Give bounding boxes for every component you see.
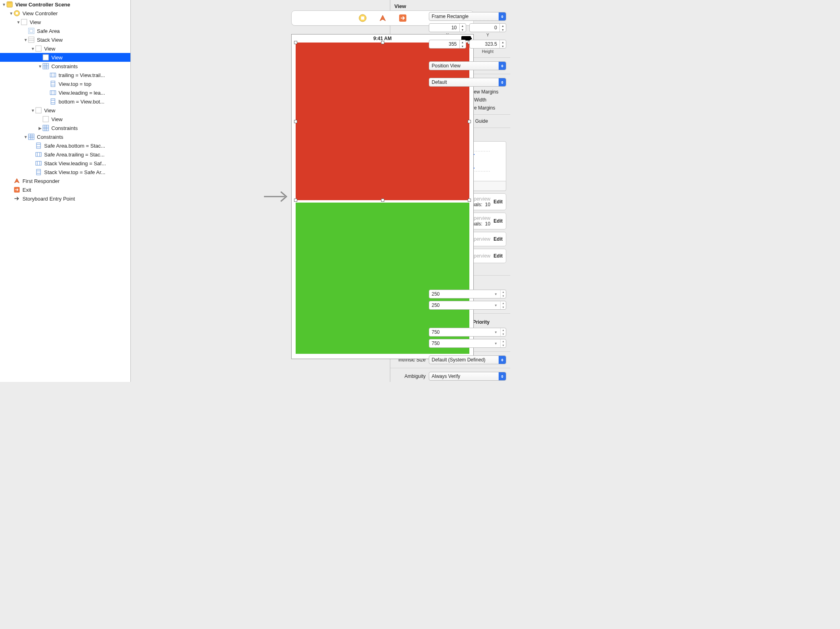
outline-label: View [44, 108, 55, 114]
chp-v-value: 250 [432, 302, 440, 308]
show-select[interactable]: Frame Rectangle [429, 12, 506, 21]
ccrp-v-field[interactable]: 750▼▲▼ [429, 339, 506, 348]
outline-label: View [44, 46, 55, 52]
outline-label: View Controller [22, 10, 58, 16]
constraint-edit-button[interactable]: Edit [493, 236, 503, 242]
svg-rect-44 [36, 152, 41, 156]
entry-point-arrow [263, 189, 290, 205]
outline-exit[interactable]: ▶Exit [0, 185, 130, 194]
outline-constraint-item[interactable]: ▶Safe Area.trailing = Stac... [0, 150, 130, 159]
svg-rect-12 [43, 63, 49, 69]
layout-margins-value: Default [432, 79, 447, 85]
outline-label: View [30, 19, 41, 25]
constraints-icon [43, 63, 49, 69]
outline-selected-view[interactable]: ▶ View [0, 53, 130, 62]
outline-label: View Controller Scene [15, 2, 70, 8]
constraints-icon [28, 134, 34, 140]
outline-safearea[interactable]: ▶ Safe Area [0, 26, 130, 35]
chp-h-value: 250 [432, 291, 440, 297]
constraint-edit-button[interactable]: Edit [493, 199, 503, 205]
outline-label: View.top = top [59, 81, 91, 87]
outline-stackview[interactable]: ▼ Stack View [0, 35, 130, 44]
outline-label: Constraints [51, 125, 78, 131]
outline-view-container1[interactable]: ▼ View [0, 44, 130, 53]
outline-constraint-item[interactable]: ▶View.leading = lea... [0, 88, 130, 97]
safearea-icon [28, 28, 34, 34]
scene-icon [6, 1, 13, 8]
outline-label: Stack View.leading = Saf... [44, 160, 106, 166]
view-icon [35, 107, 42, 114]
intrinsic-value: Default (System Defined) [432, 357, 485, 363]
outline-entry-point[interactable]: ▶Storyboard Entry Point [0, 194, 130, 203]
outline-constraint-item[interactable]: ▶trailing = View.trail... [0, 71, 130, 79]
stepper[interactable]: ▲▼ [499, 24, 506, 32]
outline-constraints-2[interactable]: ▶Constraints [0, 124, 130, 132]
outline-constraint-item[interactable]: ▶bottom = View.bot... [0, 97, 130, 106]
outline-label: Constraints [37, 134, 63, 140]
outline-viewcontroller[interactable]: ▼ View Controller [0, 9, 130, 18]
layout-margins-select[interactable]: Default [429, 78, 506, 87]
svg-rect-31 [43, 125, 49, 131]
outline-label: Safe Area.trailing = Stac... [44, 152, 105, 158]
y-field[interactable]: 0▲▼ [469, 23, 507, 32]
status-time: 9:41 AM [373, 36, 392, 41]
ccrp-h-value: 750 [432, 329, 440, 335]
constraint-v-icon [50, 81, 56, 87]
outline-constraint-item[interactable]: ▶Safe Area.bottom = Stac... [0, 141, 130, 150]
height-field[interactable]: 323.5▲▼ [469, 40, 507, 49]
chp-h-field[interactable]: 250▼▲▼ [429, 290, 506, 298]
arrange-select[interactable]: Position View [429, 61, 506, 70]
ambiguity-select[interactable]: Always Verify [429, 372, 506, 381]
document-outline[interactable]: ▼ View Controller Scene ▼ View Controlle… [0, 0, 131, 382]
outline-label: Storyboard Entry Point [22, 196, 75, 202]
svg-rect-30 [43, 116, 49, 122]
arrange-value: Position View [432, 63, 461, 69]
stepper[interactable]: ▲▼ [499, 40, 506, 48]
outline-view-child[interactable]: ▶View [0, 115, 130, 124]
x-field[interactable]: 10▲▼ [429, 23, 466, 32]
viewcontroller-icon[interactable] [359, 14, 367, 22]
y-sublabel: Y [486, 33, 489, 37]
first-responder-icon[interactable] [379, 14, 387, 22]
outline-constraint-item[interactable]: ▶Stack View.top = Safe Ar... [0, 168, 130, 177]
width-field[interactable]: 355▲▼ [429, 40, 466, 49]
svg-rect-10 [36, 46, 41, 51]
outline-view[interactable]: ▼ View [0, 18, 130, 26]
constraint-h-icon [35, 160, 42, 166]
canvas[interactable]: 9:41 AM [131, 0, 390, 382]
svg-rect-47 [36, 161, 41, 165]
stepper[interactable]: ▲▼ [459, 40, 466, 48]
constraint-v-icon [50, 98, 56, 105]
outline-constraints-3[interactable]: ▼Constraints [0, 132, 130, 141]
outline-constraint-item[interactable]: ▶Stack View.leading = Saf... [0, 159, 130, 168]
svg-rect-17 [50, 73, 56, 77]
outline-constraints-1[interactable]: ▼ Constraints [0, 62, 130, 71]
stepper[interactable]: ▲▼ [459, 24, 466, 32]
outline-label: View [51, 116, 63, 122]
view-icon [43, 54, 49, 61]
svg-rect-23 [50, 91, 56, 95]
constraint-h-icon [35, 151, 42, 158]
outline-label: Safe Area.bottom = Stac... [44, 143, 105, 149]
outline-constraint-item[interactable]: ▶View.top = top [0, 79, 130, 88]
constraint-edit-button[interactable]: Edit [493, 253, 503, 259]
constraint-edit-button[interactable]: Edit [493, 218, 503, 224]
svg-rect-26 [51, 99, 55, 104]
svg-rect-20 [51, 81, 55, 87]
stackview-icon [28, 37, 34, 43]
outline-view-container2[interactable]: ▼ View [0, 106, 130, 115]
outline-scene[interactable]: ▼ View Controller Scene [0, 0, 130, 9]
chp-v-field[interactable]: 250▼▲▼ [429, 301, 506, 310]
entry-point-icon [14, 195, 20, 202]
outline-label: First Responder [22, 178, 59, 184]
constraint-v-icon [35, 169, 42, 175]
outline-first-responder[interactable]: ▶First Responder [0, 177, 130, 185]
section-title-view: View [390, 0, 510, 11]
ambiguity-value: Always Verify [432, 373, 460, 379]
exit-icon[interactable] [399, 14, 407, 22]
intrinsic-select[interactable]: Default (System Defined) [429, 355, 506, 364]
outline-label: Safe Area [37, 28, 60, 34]
svg-rect-41 [37, 143, 41, 148]
ccrp-h-field[interactable]: 750▼▲▼ [429, 328, 506, 337]
ambiguity-label: Ambiguity [390, 373, 429, 379]
